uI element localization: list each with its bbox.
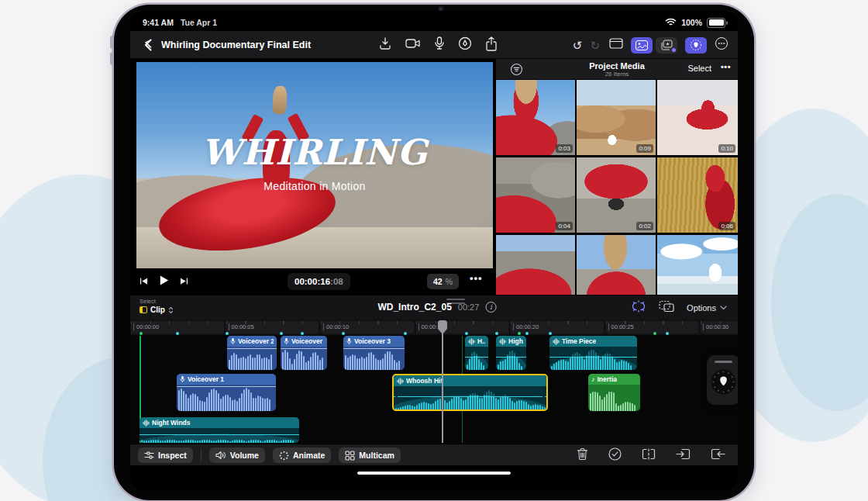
keyframe-dot[interactable] <box>653 332 656 335</box>
home-indicator[interactable] <box>357 472 511 475</box>
media-more-button[interactable]: ••• <box>721 62 731 71</box>
ipad-screen: 9:41 AM Tue Apr 1 100% Whirling Document… <box>130 11 738 490</box>
mic-icon <box>346 337 352 345</box>
titlebar-right-tools: ↺ ↻ <box>573 31 728 59</box>
timeline-clip[interactable]: Voiceover 1 <box>177 374 276 411</box>
timeline-ruler[interactable]: 00:00:0000:00:0500:00:1000:00:1500:00:20… <box>130 320 738 335</box>
select-mode-label: Select <box>140 298 156 305</box>
import-icon[interactable] <box>378 36 392 54</box>
chevron-updown-icon <box>168 306 174 314</box>
jog-button[interactable] <box>685 37 707 54</box>
keyframe-dot[interactable] <box>518 332 521 335</box>
timeline-clip[interactable]: Voiceover 2 <box>227 336 277 370</box>
clip-waveform <box>140 428 299 443</box>
keyframe-dot[interactable] <box>404 332 407 335</box>
camera-icon[interactable] <box>405 37 421 53</box>
info-icon[interactable]: i <box>485 302 496 313</box>
media-thumbnail[interactable]: 0:10 <box>657 80 738 155</box>
keyframe-dot[interactable] <box>226 332 229 335</box>
keyframe-dot[interactable] <box>140 332 143 335</box>
media-thumbnail[interactable] <box>577 235 656 295</box>
effects-browser-button[interactable] <box>656 37 677 54</box>
insert-right-icon[interactable] <box>711 448 725 463</box>
multicam-button[interactable]: Multicam <box>339 447 401 463</box>
media-thumbnail[interactable]: 0:09 <box>577 80 656 155</box>
keyframe-dot[interactable] <box>666 332 669 335</box>
playhead-line <box>442 332 443 443</box>
media-thumbnail[interactable] <box>657 235 738 295</box>
timeline-clip[interactable]: H... <box>465 336 488 370</box>
keyframe-dot[interactable] <box>495 332 498 335</box>
timeline-header: Select Clip WD_Intro_C2_05 00:27 i Optio… <box>130 295 738 320</box>
more-button[interactable] <box>715 36 728 54</box>
ruler-timecode-label: 00:00:05 <box>229 323 254 330</box>
jog-wheel-panel[interactable] <box>707 355 738 405</box>
mic-icon <box>230 337 236 345</box>
trash-icon[interactable] <box>577 447 588 464</box>
select-button[interactable]: Select <box>687 64 711 73</box>
titlebar-window-icon[interactable] <box>609 38 623 52</box>
keyframe-dot[interactable] <box>301 332 304 335</box>
playhead-handle[interactable] <box>438 320 447 330</box>
mic-icon[interactable] <box>434 36 445 54</box>
waveform-icon <box>143 420 150 427</box>
animate-button[interactable]: Animate <box>273 447 331 463</box>
pencil-circle-icon[interactable] <box>458 36 472 54</box>
keyframe-dot[interactable] <box>549 332 552 335</box>
title-bar: Whirling Documentary Final Edit ↺ ↻ <box>130 31 738 59</box>
keyframe-dot[interactable] <box>465 332 468 335</box>
ruler-timecode-label: 00:00:25 <box>608 323 634 330</box>
insert-left-icon[interactable] <box>676 448 691 463</box>
previous-frame-icon[interactable] <box>140 275 148 289</box>
zoom-level[interactable]: 42% <box>427 274 459 289</box>
keyframe-dot[interactable] <box>342 332 345 335</box>
media-thumbnail[interactable]: 0:04 <box>496 157 575 233</box>
check-circle-icon[interactable] <box>608 447 622 464</box>
media-browser-button[interactable] <box>631 37 653 54</box>
clip-header: H... <box>465 336 488 347</box>
jog-drag-handle[interactable] <box>715 361 732 363</box>
split-clip-icon[interactable] <box>642 448 656 463</box>
clip-name: Voiceover 1 <box>188 375 224 383</box>
media-thumbnail[interactable]: 0:03 <box>496 80 575 155</box>
jog-dial[interactable] <box>710 368 737 399</box>
timeline-clip[interactable]: ♪Inertia <box>588 374 640 411</box>
undo-icon[interactable]: ↺ <box>573 40 583 51</box>
timeline-clip[interactable]: Night Winds <box>140 417 299 443</box>
video-title-overlay: WHIRLING <box>136 132 493 173</box>
back-button[interactable] <box>144 39 152 54</box>
media-panel: Project Media 26 Items Select ••• 0:030:… <box>496 59 738 295</box>
next-frame-icon[interactable] <box>180 275 188 289</box>
clip-header: Night Winds <box>140 417 299 428</box>
media-thumbnail[interactable] <box>496 235 575 295</box>
clip-tool-selector[interactable]: Clip <box>140 306 174 314</box>
timecode-display[interactable]: 00:00:16:08 <box>288 273 350 290</box>
overlay-icon[interactable] <box>659 300 674 316</box>
toolbar-button-label: Volume <box>230 451 259 460</box>
viewer-more-button[interactable]: ••• <box>470 272 483 284</box>
media-thumbnail[interactable]: 0:06 <box>657 157 738 233</box>
media-thumbnail[interactable]: 0:02 <box>577 157 656 233</box>
sync-icon[interactable] <box>631 300 646 316</box>
waveform-icon <box>499 338 506 345</box>
timeline-clip[interactable]: High... <box>496 336 526 370</box>
share-icon[interactable] <box>485 36 498 54</box>
keyframe-dot[interactable] <box>280 332 283 335</box>
mic-icon <box>284 337 289 345</box>
clip-header: Voiceover 2 <box>227 336 277 347</box>
timeline-clip[interactable]: Voiceover 3 <box>343 336 405 370</box>
video-preview[interactable]: WHIRLING Meditation in Motion <box>136 62 493 268</box>
volume-button[interactable]: Volume <box>209 447 265 463</box>
play-icon[interactable] <box>158 275 170 289</box>
timeline-clip[interactable]: Whoosh Hit <box>392 374 548 411</box>
keyframe-dot[interactable] <box>525 332 529 335</box>
keyframe-dot[interactable] <box>176 332 179 335</box>
options-button[interactable]: Options <box>687 303 727 313</box>
clip-name: Inertia <box>598 375 618 383</box>
timeline-clip[interactable]: Time Piece <box>549 336 637 370</box>
timeline-clip[interactable]: Voiceover 2 <box>281 336 327 370</box>
toolbar-buttons: InspectVolumeAnimateMulticam <box>138 447 401 463</box>
media-grid: 0:030:090:100:040:020:06 <box>496 80 738 295</box>
clip-header: Voiceover 3 <box>343 336 405 347</box>
inspect-button[interactable]: Inspect <box>138 447 193 463</box>
